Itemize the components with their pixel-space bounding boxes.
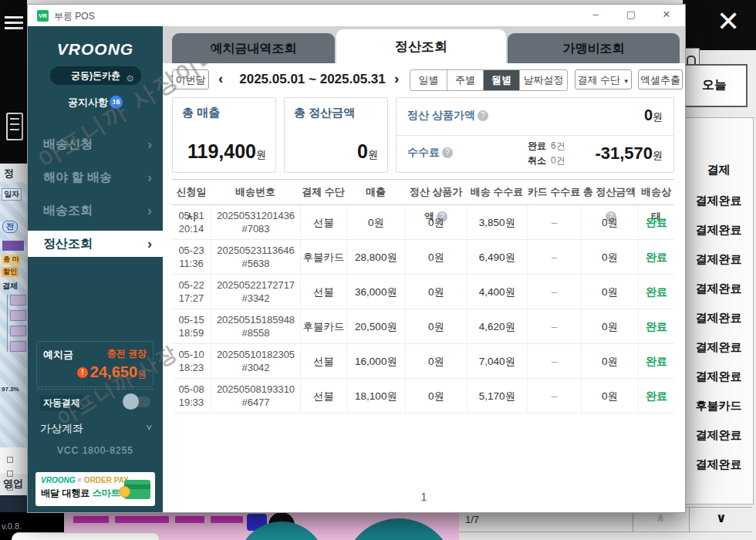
maximize-icon[interactable]: ▢ bbox=[620, 8, 642, 22]
period-monthly[interactable]: 월별 bbox=[483, 70, 519, 90]
delivery-status[interactable]: 완료 bbox=[638, 275, 674, 309]
occluded-text bbox=[115, 516, 169, 523]
tab-settlement[interactable]: 정산조회 bbox=[336, 29, 506, 63]
payment-row: 결제완료 bbox=[684, 428, 753, 443]
divider bbox=[37, 389, 154, 390]
virtual-account-row[interactable]: 가상계좌˅ bbox=[28, 417, 163, 440]
payment-row: 후불카드 bbox=[684, 399, 753, 413]
vroong-logo: VROONG bbox=[28, 40, 163, 59]
settlement-table: 신청일시 배송번호 결제 수단 매출 정산 상품가액? 배송 수수료 카드 수수… bbox=[172, 179, 674, 413]
occluded-text bbox=[211, 516, 243, 523]
period-daily[interactable]: 일별 bbox=[410, 70, 447, 90]
gear-icon[interactable]: ⚙ bbox=[126, 69, 134, 88]
period-weekly[interactable]: 주별 bbox=[447, 70, 483, 90]
credit-card-icon bbox=[124, 480, 150, 499]
delivery-status[interactable]: 완료 bbox=[638, 344, 674, 378]
deposit-amount: !24,650원 bbox=[77, 363, 147, 381]
app-close-icon[interactable]: ✕ bbox=[708, 2, 748, 42]
next-month-icon[interactable]: › bbox=[394, 70, 399, 87]
hamburger-menu-icon[interactable] bbox=[5, 13, 23, 32]
table-header: 신청일시 배송번호 결제 수단 매출 정산 상품가액? 배송 수수료 카드 수수… bbox=[172, 179, 674, 205]
tab-franchise-fee[interactable]: 가맹비조회 bbox=[508, 33, 680, 63]
chevron-down-icon: ˅ bbox=[146, 417, 152, 440]
settle-label-fragment: 정 bbox=[4, 167, 14, 181]
deposit-box: 예치금 충전 권장 !24,650원 bbox=[36, 341, 154, 387]
autopay-label: 자동결제 bbox=[40, 395, 83, 411]
notice-count-badge: 16 bbox=[110, 96, 123, 109]
this-month-button[interactable]: 이번달 bbox=[172, 69, 209, 89]
total-sales-label: 총 매출 bbox=[182, 106, 220, 120]
vroong-pos-window: VR 부릉 POS – ▢ ✕ VROONG 궁동)돈카츈 ⚙ 공지사항16 배… bbox=[27, 4, 686, 513]
background-card-edge bbox=[12, 532, 160, 540]
date-range: 2025.05.01 ~ 2025.05.31 bbox=[232, 72, 393, 87]
today-button[interactable]: 오늘 bbox=[681, 64, 748, 107]
store-selector[interactable]: 궁동)돈카츈 ⚙ bbox=[50, 66, 141, 85]
close-icon[interactable]: ✕ bbox=[656, 8, 677, 22]
vcc-phone-number: VCC 1800-8255 bbox=[28, 445, 163, 456]
help-icon[interactable]: ? bbox=[442, 147, 453, 158]
total-sales-card: 총 매출 119,400원 bbox=[172, 97, 276, 173]
payment-row: 결제완료 bbox=[684, 340, 753, 355]
notice-link[interactable]: 공지사항16 bbox=[28, 96, 163, 110]
sidebar-item-settlement-search[interactable]: 정산조회› bbox=[28, 231, 163, 257]
payment-row: 결제완료 bbox=[684, 370, 753, 384]
delivery-status[interactable]: 완료 bbox=[638, 240, 674, 274]
toggle-knob bbox=[123, 393, 139, 410]
total-settlement-label: 총 정산금액 bbox=[294, 106, 355, 120]
table-row: 05-2311:36 20250523113646#5638 후불카드 28,8… bbox=[172, 240, 674, 275]
page-number[interactable]: 1 bbox=[163, 491, 685, 503]
delivery-status[interactable]: 완료 bbox=[638, 205, 674, 239]
payment-row: 결제완료 bbox=[684, 282, 753, 296]
grid-icon bbox=[7, 453, 19, 465]
sidebar-item-delivery-request[interactable]: 배송신청› bbox=[28, 132, 163, 157]
banner-brand: VROONG bbox=[41, 476, 75, 484]
prev-month-icon[interactable]: ‹ bbox=[218, 70, 223, 87]
total-settlement-card: 총 정산금액 0원 bbox=[284, 97, 388, 173]
purple-bar-fragment bbox=[2, 241, 24, 251]
payment-row: 결제완료 bbox=[684, 223, 753, 238]
window-titlebar: VR 부릉 POS – ▢ ✕ bbox=[28, 5, 685, 26]
table-row: 05-1018:23 20250510182305#3042 선불 16,000… bbox=[172, 344, 674, 379]
fee-detail-card: 정산 상품가액? 0원 수수료? 완료6건 취소0건 -31,570원 bbox=[396, 97, 674, 173]
page-down-icon[interactable]: ∨ bbox=[702, 510, 741, 526]
total-row-fragment: 총 마 bbox=[2, 255, 21, 265]
payment-column-header: 결제 bbox=[684, 163, 753, 177]
delivery-status[interactable]: 완료 bbox=[638, 379, 674, 413]
vroong-logo-badge: VR bbox=[37, 10, 49, 22]
document-icon bbox=[6, 113, 23, 140]
background-payment-column: 결제 결제완료 결제완료 결제완료 결제완료 결제완료 결제완료 결제완료 후불… bbox=[683, 117, 754, 505]
table-row: 05-3120:14 20250531201436#7083 선불 0원 0원 … bbox=[172, 205, 674, 240]
sidebar: VROONG 궁동)돈카츈 ⚙ 공지사항16 배송신청› 해야 할 배송› 배송… bbox=[28, 26, 163, 512]
page-indicator: 1/7 bbox=[465, 514, 479, 525]
period-custom[interactable]: 날짜설정 bbox=[519, 70, 567, 90]
tree-item bbox=[10, 341, 26, 352]
occluded-text bbox=[175, 516, 204, 523]
help-icon[interactable]: ? bbox=[478, 110, 488, 121]
excel-export-button[interactable]: 엑셀추출 bbox=[638, 69, 683, 89]
payment-row: 결제완료 bbox=[684, 194, 753, 208]
minimize-icon[interactable]: – bbox=[585, 8, 606, 22]
left-navy-band bbox=[0, 495, 27, 512]
chevron-right-icon: › bbox=[147, 132, 152, 157]
window-title: 부릉 POS bbox=[54, 10, 95, 23]
chevron-right-icon: › bbox=[147, 231, 152, 257]
background-left-app: 정 일자 전 총 마 할인 결제 97.3% 영업 bbox=[0, 0, 27, 540]
table-row: 05-0819:33 20250508193310#6477 선불 18,100… bbox=[172, 379, 674, 413]
business-label-fragment: 영업 bbox=[3, 477, 23, 491]
delivery-status[interactable]: 완료 bbox=[638, 309, 674, 343]
sidebar-item-todo-delivery[interactable]: 해야 할 배송› bbox=[28, 165, 163, 190]
tree-item bbox=[10, 310, 26, 321]
tab-deposit-history[interactable]: 예치금내역조회 bbox=[172, 33, 335, 63]
orderpay-banner[interactable]: VROONG × ORDER PAY 배달 대행료 스마트 충전 bbox=[35, 472, 155, 506]
sidebar-item-delivery-search[interactable]: 배송조회› bbox=[28, 198, 163, 223]
filter-bar: 이번달 ‹ 2025.05.01 ~ 2025.05.31 › 일별 주별 월별… bbox=[163, 69, 685, 93]
autopay-toggle[interactable] bbox=[124, 397, 150, 407]
tree-line bbox=[7, 295, 8, 352]
fee-label: 수수료? bbox=[407, 146, 453, 160]
pay-method-dropdown[interactable]: 결제 수단 ▼ bbox=[575, 69, 632, 89]
discount-row-fragment: 할인 bbox=[2, 267, 19, 277]
table-row: 05-1518:59 20250515185948#8558 후불카드 20,5… bbox=[172, 309, 674, 344]
chevron-right-icon: › bbox=[147, 198, 152, 223]
dropdown-arrow-icon: ▼ bbox=[623, 78, 629, 85]
payment-row: 결제완료 bbox=[684, 457, 753, 472]
